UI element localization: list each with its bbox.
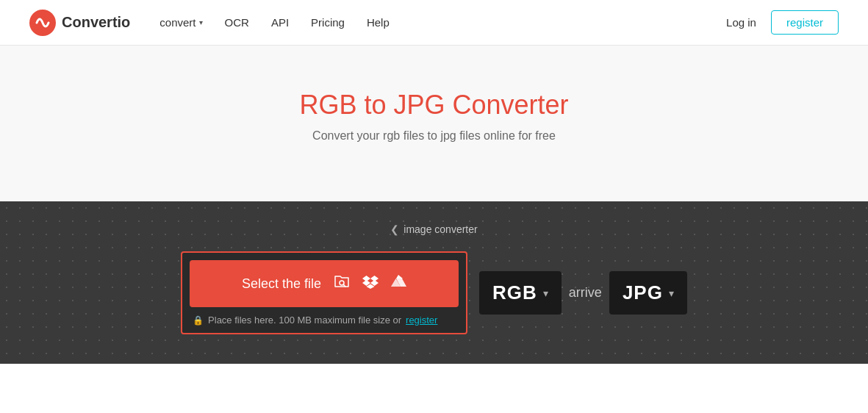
register-button[interactable]: register — [771, 10, 839, 35]
breadcrumb: ❮ image converter — [29, 223, 839, 235]
hero-section: RGB to JPG Converter Convert your rgb fi… — [0, 46, 868, 201]
nav-pricing[interactable]: Pricing — [311, 16, 345, 29]
target-format-button[interactable]: JPG ▾ — [609, 271, 687, 315]
nav-links: convert ▾ OCR API Pricing Help — [159, 16, 726, 29]
logo-text: Convertio — [62, 14, 130, 31]
converter-section: ❮ image converter Select the file — [0, 201, 868, 364]
file-select-box: Select the file — [181, 251, 467, 334]
logo-icon — [29, 10, 56, 36]
target-format-text: JPG — [623, 281, 663, 304]
file-browse-icon — [333, 273, 351, 294]
source-format-button[interactable]: RGB ▾ — [479, 271, 562, 315]
file-hint: 🔒 Place files here. 100 MB maximum file … — [190, 315, 459, 326]
select-file-label: Select the file — [242, 276, 321, 292]
converter-row: Select the file — [29, 251, 839, 334]
logo[interactable]: Convertio — [29, 10, 130, 36]
page-title: RGB to JPG Converter — [15, 90, 853, 121]
chevron-down-icon: ▾ — [199, 18, 203, 26]
dropbox-icon — [362, 273, 379, 294]
nav-ocr[interactable]: OCR — [225, 16, 249, 29]
nav-help[interactable]: Help — [367, 16, 390, 29]
source-format-chevron-icon: ▾ — [543, 287, 548, 299]
nav-convert[interactable]: convert ▾ — [159, 16, 202, 29]
select-file-button[interactable]: Select the file — [190, 260, 459, 307]
source-format-text: RGB — [492, 281, 537, 304]
breadcrumb-chevron-icon: ❮ — [390, 223, 399, 235]
lock-icon: 🔒 — [193, 315, 204, 326]
target-format-chevron-icon: ▾ — [669, 287, 674, 299]
nav-auth: Log in register — [726, 10, 839, 35]
arrow-text: arrive — [569, 285, 602, 301]
format-group: RGB ▾ arrive JPG ▾ — [479, 271, 687, 315]
navbar: Convertio convert ▾ OCR API Pricing Help… — [0, 0, 868, 46]
google-drive-icon — [390, 273, 406, 294]
hero-subtitle: Convert your rgb files to jpg files onli… — [15, 129, 853, 143]
login-link[interactable]: Log in — [726, 16, 756, 29]
nav-api[interactable]: API — [271, 16, 289, 29]
hint-register-link[interactable]: register — [406, 315, 437, 326]
breadcrumb-text: image converter — [403, 223, 477, 235]
